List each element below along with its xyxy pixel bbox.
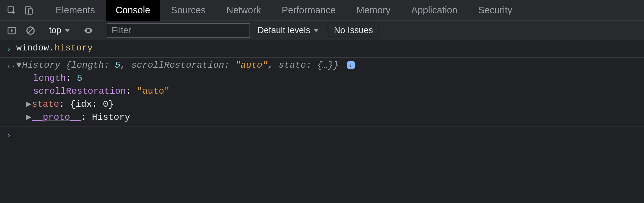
input-caret-icon: › [6, 42, 16, 56]
console-output: › window.history ‹· ▼History {length: 5,… [0, 40, 644, 142]
tab-elements[interactable]: Elements [46, 0, 105, 21]
inspect-element-icon[interactable] [4, 3, 19, 18]
console-input-text: window.history [16, 42, 644, 55]
tab-performance[interactable]: Performance [272, 0, 345, 21]
svg-line-6 [28, 28, 33, 33]
tab-console[interactable]: Console [106, 0, 160, 21]
input-caret-icon: › [6, 129, 16, 142]
log-levels-selector[interactable]: Default levels [258, 25, 319, 35]
console-input-row: › window.history [0, 40, 644, 58]
console-toolbar: top Default levels No Issues [0, 21, 644, 40]
divider [43, 26, 43, 35]
divider [76, 26, 76, 35]
info-icon[interactable]: i [347, 61, 355, 69]
expand-toggle-icon[interactable]: ▼ [16, 59, 22, 72]
chevron-down-icon [65, 29, 70, 32]
context-label: top [49, 25, 61, 35]
expand-toggle-icon[interactable]: ▶ [26, 98, 32, 111]
tab-memory[interactable]: Memory [347, 0, 400, 21]
toggle-sidebar-icon[interactable] [5, 24, 18, 37]
filter-input[interactable] [107, 23, 250, 38]
issues-button[interactable]: No Issues [328, 24, 379, 37]
object-prop-proto[interactable]: ▶__proto__: History [16, 111, 644, 124]
svg-rect-2 [29, 9, 32, 14]
object-prop-scrollrestoration[interactable]: scrollRestoration: "auto" [16, 85, 644, 98]
levels-label: Default levels [258, 25, 310, 35]
output-caret-icon: ‹· [6, 59, 16, 73]
chevron-down-icon [314, 29, 319, 32]
tab-sources[interactable]: Sources [161, 0, 215, 21]
object-prop-state[interactable]: ▶state: {idx: 0} [16, 98, 644, 111]
tab-network[interactable]: Network [217, 0, 271, 21]
object-summary[interactable]: ▼History {length: 5, scrollRestoration: … [16, 59, 644, 72]
tab-application[interactable]: Application [402, 0, 467, 21]
console-output-row: ‹· ▼History {length: 5, scrollRestoratio… [0, 58, 644, 127]
console-prompt[interactable]: › [0, 127, 644, 142]
device-toolbar-icon[interactable] [21, 3, 36, 18]
clear-console-icon[interactable] [24, 24, 37, 37]
tab-security[interactable]: Security [469, 0, 522, 21]
divider [101, 26, 101, 35]
devtools-tabbar: Elements Console Sources Network Perform… [0, 0, 644, 21]
live-expression-eye-icon[interactable] [82, 24, 95, 37]
expand-toggle-icon[interactable]: ▶ [26, 111, 32, 124]
context-selector[interactable]: top [49, 25, 70, 35]
object-prop-length[interactable]: length: 5 [16, 72, 644, 85]
divider [41, 5, 41, 16]
